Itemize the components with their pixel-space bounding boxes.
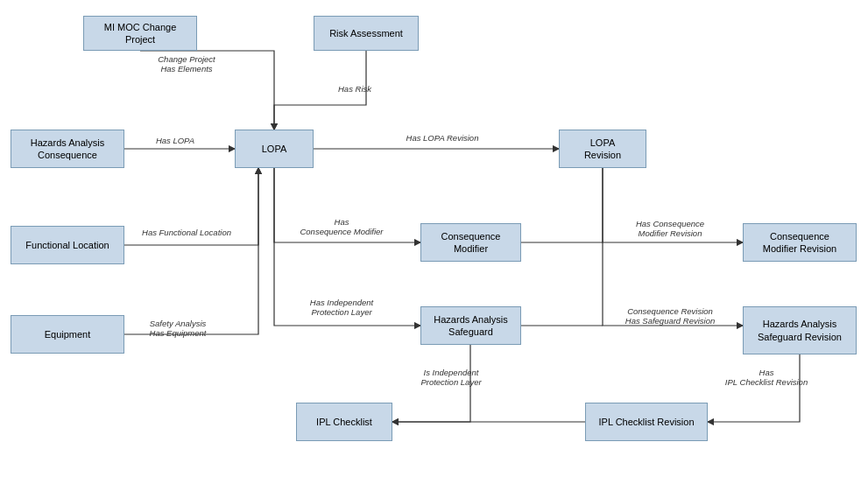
has-functional-location-label: Has Functional Location (130, 228, 243, 237)
change-project-has-elements-label: Change ProjectHas Elements (147, 54, 226, 74)
risk-assessment-node: Risk Assessment (314, 16, 419, 51)
hazards-consequence-node: Hazards AnalysisConsequence (11, 130, 124, 168)
mi-moc-node: MI MOC Change Project (83, 16, 197, 51)
ipl-checklist-node: IPL Checklist (296, 403, 392, 441)
ipl-checklist-revision-node: IPL Checklist Revision (585, 403, 708, 441)
has-consequence-modifier-label: HasConsequence Modifier (289, 217, 394, 237)
lopa-node: LOPA (235, 130, 314, 168)
hazards-safeguard-revision-node: Hazards AnalysisSafeguard Revision (743, 306, 857, 354)
safety-analysis-has-equipment-label: Safety AnalysisHas Equipment (130, 319, 226, 339)
has-lopa-revision-label: Has LOPA Revision (394, 133, 490, 143)
consequence-revision-has-safeguard-label: Consequence RevisionHas Safeguard Revisi… (609, 306, 731, 326)
consequence-modifier-node: ConsequenceModifier (420, 223, 521, 262)
has-ipl-checklist-revision-label: HasIPL Checklist Revision (718, 368, 815, 388)
is-independent-protection-layer-label: Is IndependentProtection Layer (399, 368, 504, 388)
has-lopa-label: Has LOPA (140, 136, 210, 145)
lopa-revision-node: LOPARevision (559, 130, 646, 168)
has-consequence-modifier-revision-label: Has ConsequenceModifier Revision (613, 219, 727, 239)
functional-location-node: Functional Location (11, 226, 124, 264)
hazards-safeguard-node: Hazards AnalysisSafeguard (420, 306, 521, 345)
consequence-modifier-revision-node: ConsequenceModifier Revision (743, 223, 857, 262)
has-risk-label: Has Risk (324, 84, 385, 94)
diagram-container: MI MOC Change Project Risk Assessment LO… (0, 0, 868, 477)
equipment-node: Equipment (11, 315, 124, 354)
has-independent-protection-layer-label: Has IndependentProtection Layer (285, 298, 399, 318)
